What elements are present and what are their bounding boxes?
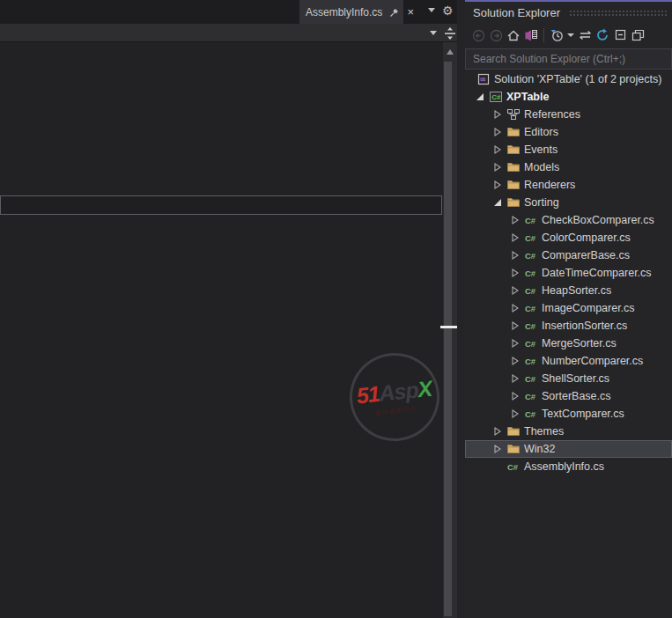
expander-icon[interactable] [490,178,506,192]
tree-item-themes[interactable]: Themes [465,423,672,440]
svg-text:C#: C# [525,286,536,296]
solution-explorer-toolbar [465,23,672,48]
expander-icon[interactable] [490,107,506,121]
expander-icon[interactable] [507,248,523,262]
tree-item-colorcomparer-cs[interactable]: C# ColorComparer.cs [465,229,672,246]
tree-item-numbercomparer-cs[interactable]: C# NumberComparer.cs [465,352,672,370]
expander-icon[interactable] [507,336,523,350]
solution-explorer-titlebar[interactable]: Solution Explorer [465,2,672,23]
search-row: Search Solution Explorer (Ctrl+;) [465,48,672,70]
solution-explorer-panel: Solution Explorer [465,0,672,618]
tree-item-label: InsertionSorter.cs [542,320,627,332]
tree-item-heapsorter-cs[interactable]: C# HeapSorter.cs [465,282,672,299]
tree-item-xptable[interactable]: C# XPTable [465,88,672,106]
folder-icon [506,424,521,438]
expander-icon[interactable] [490,125,506,139]
expander-icon[interactable] [490,143,506,157]
tree-item-solution-xptable-1-of-2-projects[interactable]: ∞ Solution 'XPTable' (1 of 2 projects) [465,70,672,88]
tree-item-checkboxcomparer-cs[interactable]: C# CheckBoxComparer.cs [465,211,672,229]
51aspx-watermark: 51AspX 源码就是给力 [345,349,444,445]
solution-icon: ∞ [476,72,491,86]
svg-text:∞: ∞ [479,75,486,84]
svg-text:C#: C# [525,304,536,313]
collapsed-region-box [0,195,442,215]
tree-item-mergesorter-cs[interactable]: C# MergeSorter.cs [465,335,672,352]
expander-icon[interactable] [507,213,523,227]
csharp-file-icon: C# [523,266,538,280]
csharp-file-icon: C# [523,389,538,403]
tree-item-datetimecomparer-cs[interactable]: C# DateTimeComparer.cs [465,264,672,282]
refresh-icon[interactable] [594,26,611,44]
tree-item-editors[interactable]: Editors [465,123,672,141]
switch-views-icon[interactable] [522,26,540,44]
expander-icon[interactable] [472,90,488,104]
split-window-icon[interactable] [443,25,457,41]
tree-item-imagecomparer-cs[interactable]: C# ImageComparer.cs [465,299,672,317]
titlebar-grip [569,9,667,16]
expander-icon[interactable] [507,283,523,298]
csharp-file-icon: C# [523,372,538,386]
tree-item-renderers[interactable]: Renderers [465,176,672,194]
csharp-file-icon: C# [523,231,538,245]
chevron-down-icon[interactable] [428,8,435,12]
scrollbar-thumb[interactable] [444,62,452,616]
tree-item-shellsorter-cs[interactable]: C# ShellSorter.cs [465,370,672,387]
expander-icon[interactable] [507,389,523,403]
tree-item-assemblyinfo-cs[interactable]: C# AssemblyInfo.cs [465,458,672,475]
code-editor[interactable]: 51AspX 源码就是给力 [0,42,443,618]
tree-item-win32[interactable]: Win32 [465,440,672,458]
tree-item-sorterbase-cs[interactable]: C# SorterBase.cs [465,387,672,405]
expander-icon[interactable] [507,354,523,368]
tree-item-insertionsorter-cs[interactable]: C# InsertionSorter.cs [465,317,672,335]
expander-icon[interactable] [507,372,523,386]
svg-text:C#: C# [525,321,536,331]
toolbar-separator [543,28,544,42]
close-icon[interactable]: × [407,6,414,18]
tree-item-label: Win32 [524,443,555,455]
scroll-up-icon[interactable] [447,49,454,55]
csharp-file-icon: C# [523,213,538,227]
tree-item-label: ImageComparer.cs [542,302,635,314]
tree-item-label: ComparerBase.cs [542,249,630,261]
tree-item-references[interactable]: References [465,106,672,123]
search-input[interactable]: Search Solution Explorer (Ctrl+;) [465,48,672,70]
expander-icon[interactable] [507,407,523,421]
tree-item-models[interactable]: Models [465,158,672,176]
expander-icon[interactable] [507,319,523,333]
panel-title: Solution Explorer [473,6,560,19]
editor-vertical-scrollbar[interactable] [443,42,457,618]
tree-item-textcomparer-cs[interactable]: C# TextComparer.cs [465,405,672,423]
tree-item-sorting[interactable]: Sorting [465,194,672,211]
chevron-down-icon[interactable] [430,31,437,35]
tree-item-label: MergeSorter.cs [542,337,617,349]
sync-with-active-document-icon[interactable] [576,26,594,44]
home-icon[interactable] [505,26,522,44]
show-all-files-icon[interactable] [629,26,646,44]
expander-icon[interactable] [507,231,523,245]
pending-changes-filter-icon[interactable] [548,26,565,44]
expander-icon[interactable] [490,460,506,474]
expander-icon[interactable] [490,442,506,456]
folder-icon [506,125,521,139]
folder-icon [506,178,521,192]
pin-icon[interactable] [389,7,400,18]
filter-dropdown-icon[interactable] [565,26,576,44]
tab-assemblyinfo[interactable]: AssemblyInfo.cs × [299,0,403,24]
expander-icon[interactable] [490,424,506,438]
expander-icon[interactable] [507,301,523,315]
pane-splitter[interactable] [457,0,465,618]
expander-icon[interactable] [507,266,523,280]
expander-icon[interactable] [490,195,506,210]
visual-studio-window: AssemblyInfo.cs × ⚙ [0,0,672,618]
collapse-all-icon[interactable] [611,26,629,44]
tree-item-events[interactable]: Events [465,141,672,158]
back-icon[interactable] [469,26,487,44]
svg-text:C#: C# [525,233,536,243]
tree-item-label: Themes [524,425,564,438]
forward-icon[interactable] [487,26,505,44]
svg-text:C#: C# [525,374,536,384]
tree-item-comparerbase-cs[interactable]: C# ComparerBase.cs [465,246,672,264]
gear-icon[interactable]: ⚙ [442,4,454,18]
tree-item-label: HeapSorter.cs [542,284,611,297]
expander-icon[interactable] [490,160,506,174]
